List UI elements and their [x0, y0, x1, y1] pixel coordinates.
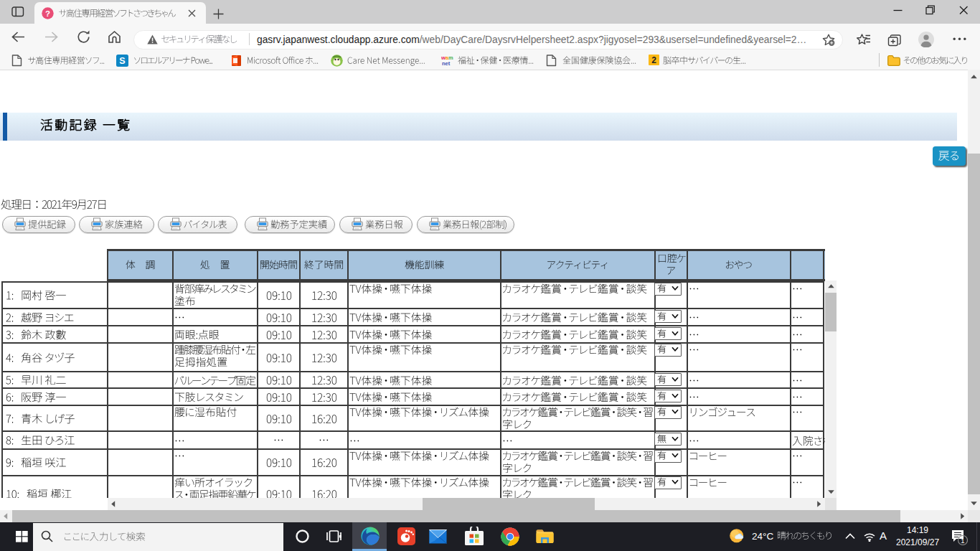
- svg-text:net: net: [442, 60, 451, 67]
- svg-text:2: 2: [651, 55, 656, 65]
- svg-text:1: 1: [961, 537, 964, 545]
- svg-text:S: S: [119, 56, 125, 66]
- svg-text:?: ?: [45, 9, 50, 18]
